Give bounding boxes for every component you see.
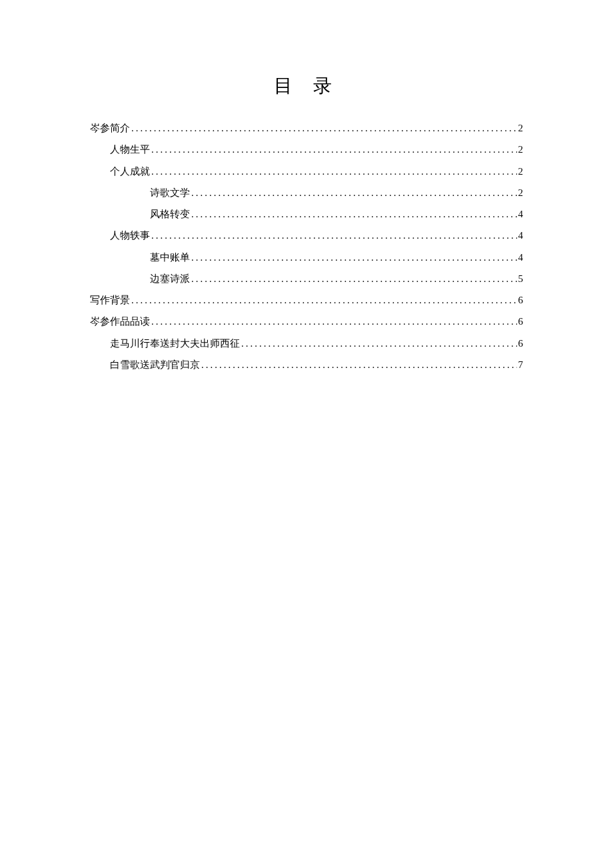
toc-entry-label: 走马川行奉送封大夫出师西征 xyxy=(110,333,240,354)
toc-entry-page: 4 xyxy=(518,247,524,268)
toc-dots xyxy=(131,117,517,139)
toc-dots xyxy=(191,268,517,289)
table-of-contents: 岑参简介 2 人物生平 2 个人成就 2 诗歌文学 2 风格转变 4 人物轶事 … xyxy=(90,117,523,375)
toc-entry-page: 4 xyxy=(518,203,524,225)
toc-dots xyxy=(241,333,517,354)
toc-entry[interactable]: 走马川行奉送封大夫出师西征 6 xyxy=(90,333,523,354)
toc-dots xyxy=(151,311,517,332)
toc-entry-label: 诗歌文学 xyxy=(150,182,190,203)
toc-entry-label: 写作背景 xyxy=(90,289,130,311)
toc-entry-page: 2 xyxy=(518,161,524,182)
toc-dots xyxy=(151,225,517,246)
toc-entry[interactable]: 白雪歌送武判官归京 7 xyxy=(90,354,523,375)
toc-entry-label: 个人成就 xyxy=(110,161,150,182)
toc-entry-page: 6 xyxy=(518,289,524,311)
toc-entry-label: 墓中账单 xyxy=(150,247,190,268)
toc-dots xyxy=(191,182,517,203)
toc-dots xyxy=(131,289,517,311)
toc-entry[interactable]: 墓中账单 4 xyxy=(90,247,523,268)
toc-entry[interactable]: 写作背景 6 xyxy=(90,289,523,311)
toc-entry[interactable]: 人物轶事 4 xyxy=(90,225,523,246)
toc-entry-page: 6 xyxy=(518,333,524,354)
toc-entry-label: 人物轶事 xyxy=(110,225,150,246)
toc-dots xyxy=(151,139,517,160)
toc-entry-page: 2 xyxy=(518,182,524,203)
toc-entry-label: 岑参简介 xyxy=(90,117,130,139)
toc-entry-label: 风格转变 xyxy=(150,203,190,225)
toc-entry-page: 6 xyxy=(518,311,524,332)
toc-dots xyxy=(151,161,517,182)
toc-entry-label: 白雪歌送武判官归京 xyxy=(110,354,200,375)
toc-entry-label: 人物生平 xyxy=(110,139,150,160)
toc-entry-page: 4 xyxy=(518,225,524,246)
toc-dots xyxy=(191,247,517,268)
toc-entry[interactable]: 诗歌文学 2 xyxy=(90,182,523,203)
toc-entry[interactable]: 岑参简介 2 xyxy=(90,117,523,139)
toc-entry-label: 岑参作品品读 xyxy=(90,311,150,332)
toc-entry-page: 7 xyxy=(518,354,524,375)
toc-entry[interactable]: 岑参作品品读 6 xyxy=(90,311,523,332)
toc-entry[interactable]: 人物生平 2 xyxy=(90,139,523,160)
toc-entry-page: 5 xyxy=(518,268,524,289)
toc-entry-page: 2 xyxy=(518,139,524,160)
toc-entry-page: 2 xyxy=(518,117,524,139)
toc-entry[interactable]: 风格转变 4 xyxy=(90,203,523,225)
toc-entry[interactable]: 边塞诗派 5 xyxy=(90,268,523,289)
toc-entry[interactable]: 个人成就 2 xyxy=(90,161,523,182)
toc-entry-label: 边塞诗派 xyxy=(150,268,190,289)
toc-dots xyxy=(201,354,517,375)
toc-title: 目 录 xyxy=(90,73,523,99)
toc-dots xyxy=(191,203,517,225)
